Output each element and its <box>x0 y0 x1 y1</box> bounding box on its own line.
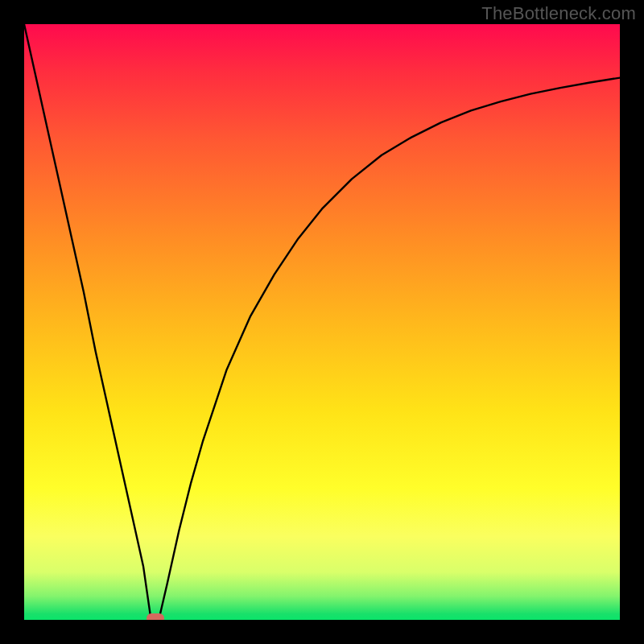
bottleneck-curve <box>24 24 620 620</box>
watermark-text: TheBottleneck.com <box>481 3 636 24</box>
minimum-marker <box>147 613 164 620</box>
curve-svg <box>24 24 620 620</box>
chart-frame: TheBottleneck.com <box>0 0 644 644</box>
plot-area <box>24 24 620 620</box>
